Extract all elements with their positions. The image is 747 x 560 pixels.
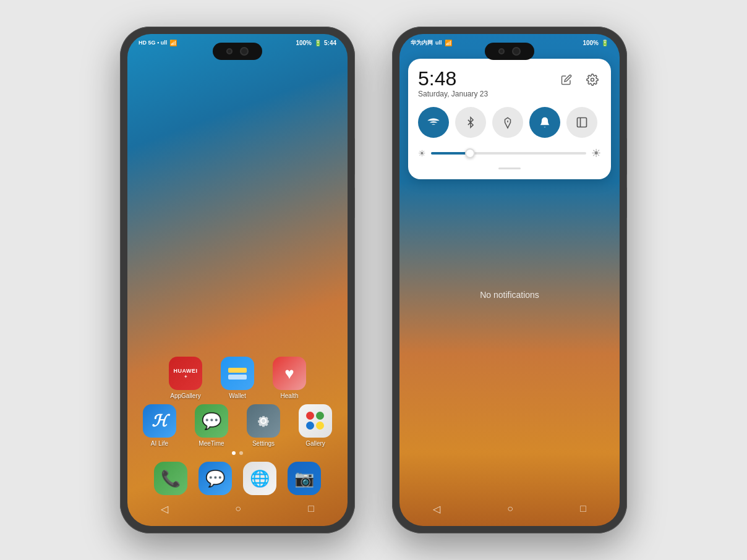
dock-messages[interactable]: 💬	[198, 462, 232, 495]
network-indicator-1: HD 5G ▪ ull	[139, 40, 167, 46]
app-label-meetime: MeeTime	[198, 440, 224, 447]
battery-percent-2: 100%	[583, 40, 599, 46]
network-cn-text: 华为内网	[411, 39, 433, 47]
gallery-quad-red	[306, 412, 314, 420]
front-camera-main-2	[512, 47, 521, 56]
ailife-icon: ℋ	[152, 412, 168, 431]
page-dot-1	[232, 451, 236, 455]
app-settings[interactable]: Settings	[241, 404, 286, 447]
gallery-quad-green	[316, 412, 324, 420]
gallery-quad-yellow	[316, 422, 324, 430]
wifi-icon-2: 📶	[445, 40, 452, 46]
bell-icon	[539, 116, 551, 129]
nav-recent-2[interactable]: □	[580, 503, 586, 514]
app-ailife[interactable]: ℋ AI Life	[137, 404, 182, 447]
app-icon-gallery[interactable]	[299, 404, 332, 438]
notif-action-buttons	[558, 69, 601, 88]
app-grid: HUAWEI ✦ AppGallery Wallet	[127, 357, 348, 452]
toggle-wifi[interactable]	[418, 107, 449, 138]
battery-percent-1: 100%	[296, 40, 312, 46]
volume-button-2[interactable]	[626, 187, 627, 218]
nav-back-2[interactable]: ◁	[433, 503, 440, 515]
app-row-1: HUAWEI ✦ AppGallery Wallet	[163, 357, 312, 399]
toggle-bluetooth[interactable]	[455, 107, 486, 138]
app-label-gallery: Gallery	[305, 440, 325, 447]
notif-date: Saturday, January 23	[418, 90, 488, 98]
health-heart-icon: ♥	[284, 364, 294, 383]
dock: 📞 💬 🌐 📷	[127, 462, 348, 495]
toggle-notification[interactable]	[529, 107, 560, 138]
app-icon-ailife[interactable]: ℋ	[143, 404, 176, 438]
flashlight-icon	[502, 116, 513, 129]
messages-icon: 💬	[205, 469, 225, 488]
punch-hole-camera-2	[485, 43, 534, 60]
front-camera-left	[226, 48, 233, 54]
edit-button[interactable]	[558, 71, 575, 88]
app-label-settings: Settings	[252, 440, 275, 447]
app-icon-settings[interactable]	[247, 404, 280, 438]
time-1: 5:44	[324, 40, 336, 46]
app-icon-wallet[interactable]	[221, 357, 254, 390]
nav-home-1[interactable]: ○	[235, 503, 241, 514]
volume-button[interactable]	[354, 187, 355, 218]
dock-browser[interactable]: 🌐	[243, 462, 276, 495]
toggle-flashlight[interactable]	[492, 107, 523, 138]
app-appgallery[interactable]: HUAWEI ✦ AppGallery	[163, 357, 208, 399]
gallery-pinwheel	[306, 412, 325, 430]
bluetooth-icon	[465, 116, 476, 129]
brightness-high-icon: ☀	[591, 146, 601, 160]
notif-header: 5:48 Saturday, January 23	[418, 69, 601, 98]
toggle-sidebar[interactable]	[566, 107, 597, 138]
sidebar-icon	[576, 116, 588, 129]
page-dot-2	[239, 451, 243, 455]
brightness-thumb[interactable]	[465, 148, 475, 158]
punch-hole-camera	[213, 43, 262, 60]
gear-icon	[255, 412, 272, 430]
svg-rect-2	[578, 118, 587, 127]
wallet-strip-top	[228, 368, 247, 373]
nav-home-2[interactable]: ○	[507, 503, 513, 514]
app-label-health: Health	[281, 392, 299, 399]
wifi-toggle-icon	[427, 116, 440, 129]
nav-recent-1[interactable]: □	[308, 503, 314, 514]
brightness-fill	[431, 152, 470, 155]
status-left-1: HD 5G ▪ ull 📶	[139, 40, 177, 46]
app-label-wallet: Wallet	[229, 392, 245, 399]
app-icon-meetime[interactable]: 💬	[195, 404, 228, 438]
phone-1: HD 5G ▪ ull 📶 100% 🔋 5:44 HUAWEI ✦	[120, 27, 355, 533]
dock-phone[interactable]: 📞	[154, 462, 187, 495]
phone-1-screen: HD 5G ▪ ull 📶 100% 🔋 5:44 HUAWEI ✦	[127, 34, 348, 526]
wifi-indicator-1: 📶	[169, 40, 177, 46]
signal-bars-2: ull	[435, 40, 442, 46]
huawei-logo-text: HUAWEI	[174, 368, 198, 374]
settings-button[interactable]	[584, 71, 601, 88]
app-gallery[interactable]: Gallery	[293, 404, 338, 447]
brightness-slider[interactable]	[431, 152, 586, 155]
front-camera-left-2	[498, 48, 505, 54]
battery-icon-1: 🔋	[314, 40, 322, 46]
nav-back-1[interactable]: ◁	[161, 503, 168, 515]
page-dots	[127, 451, 348, 455]
app-icon-appgallery[interactable]: HUAWEI ✦	[169, 357, 202, 390]
app-meetime[interactable]: 💬 MeeTime	[189, 404, 234, 447]
notif-time: 5:48	[418, 69, 488, 88]
settings-icon	[586, 74, 599, 86]
handle-bar	[498, 168, 521, 169]
camera-icon: 📷	[294, 469, 314, 488]
quick-toggles	[418, 107, 601, 138]
wallet-strip-bottom	[228, 375, 247, 380]
power-button-2[interactable]	[626, 138, 627, 175]
power-button[interactable]	[354, 138, 355, 175]
app-wallet[interactable]: Wallet	[215, 357, 260, 399]
status-left-2: 华为内网 ull 📶	[411, 39, 452, 47]
app-health[interactable]: ♥ Health	[267, 357, 312, 399]
app-label-ailife: AI Life	[151, 440, 168, 447]
nav-bar-1: ◁ ○ □	[127, 498, 348, 520]
notification-panel: 5:48 Saturday, January 23	[408, 59, 611, 179]
browser-icon: 🌐	[250, 469, 270, 488]
no-notif-text: No notifications	[480, 290, 539, 300]
no-notifications: No notifications	[399, 290, 620, 300]
app-icon-health[interactable]: ♥	[273, 357, 306, 390]
dock-camera[interactable]: 📷	[288, 462, 321, 495]
phone-2-screen: 华为内网 ull 📶 100% 🔋 5:48 Saturday, January…	[399, 34, 620, 526]
